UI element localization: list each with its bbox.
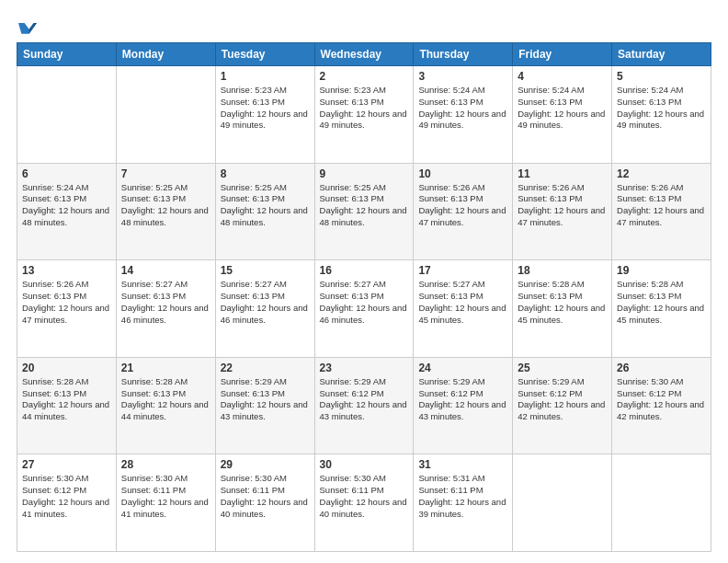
calendar-week-row: 13Sunrise: 5:26 AM Sunset: 6:13 PM Dayli… <box>17 260 711 358</box>
table-row: 3Sunrise: 5:24 AM Sunset: 6:13 PM Daylig… <box>414 66 513 164</box>
calendar-table: Sunday Monday Tuesday Wednesday Thursday… <box>17 42 711 552</box>
day-info: Sunrise: 5:29 AM Sunset: 6:13 PM Dayligh… <box>221 376 310 423</box>
day-info: Sunrise: 5:27 AM Sunset: 6:13 PM Dayligh… <box>121 279 210 326</box>
header <box>17 17 711 33</box>
calendar-header-row: Sunday Monday Tuesday Wednesday Thursday… <box>17 43 711 66</box>
day-info: Sunrise: 5:30 AM Sunset: 6:12 PM Dayligh… <box>22 473 111 520</box>
day-number: 30 <box>320 458 409 471</box>
day-number: 25 <box>518 362 607 374</box>
table-row: 6Sunrise: 5:24 AM Sunset: 6:13 PM Daylig… <box>17 163 117 260</box>
col-wednesday: Wednesday <box>314 43 414 66</box>
day-number: 7 <box>121 167 210 180</box>
day-info: Sunrise: 5:26 AM Sunset: 6:13 PM Dayligh… <box>617 182 706 229</box>
day-number: 26 <box>617 362 706 374</box>
calendar-week-row: 27Sunrise: 5:30 AM Sunset: 6:12 PM Dayli… <box>17 454 711 552</box>
calendar-body: 1Sunrise: 5:23 AM Sunset: 6:13 PM Daylig… <box>17 66 711 552</box>
day-number: 16 <box>320 264 409 277</box>
table-row: 19Sunrise: 5:28 AM Sunset: 6:13 PM Dayli… <box>612 260 711 358</box>
page: Sunday Monday Tuesday Wednesday Thursday… <box>0 0 728 563</box>
logo <box>17 17 37 33</box>
day-number: 29 <box>221 458 310 471</box>
table-row <box>612 454 711 552</box>
table-row: 10Sunrise: 5:26 AM Sunset: 6:13 PM Dayli… <box>414 163 513 260</box>
day-info: Sunrise: 5:29 AM Sunset: 6:12 PM Dayligh… <box>320 376 409 423</box>
table-row: 4Sunrise: 5:24 AM Sunset: 6:13 PM Daylig… <box>513 66 612 164</box>
day-info: Sunrise: 5:30 AM Sunset: 6:12 PM Dayligh… <box>617 376 706 423</box>
table-row: 11Sunrise: 5:26 AM Sunset: 6:13 PM Dayli… <box>513 163 612 260</box>
day-number: 28 <box>121 458 210 471</box>
calendar-week-row: 1Sunrise: 5:23 AM Sunset: 6:13 PM Daylig… <box>17 66 711 164</box>
day-number: 24 <box>418 362 507 374</box>
table-row: 21Sunrise: 5:28 AM Sunset: 6:13 PM Dayli… <box>116 357 215 454</box>
day-info: Sunrise: 5:25 AM Sunset: 6:13 PM Dayligh… <box>121 182 210 229</box>
day-info: Sunrise: 5:23 AM Sunset: 6:13 PM Dayligh… <box>320 85 409 132</box>
col-monday: Monday <box>116 43 215 66</box>
table-row: 29Sunrise: 5:30 AM Sunset: 6:11 PM Dayli… <box>215 454 314 552</box>
day-number: 2 <box>320 70 409 83</box>
table-row: 22Sunrise: 5:29 AM Sunset: 6:13 PM Dayli… <box>215 357 314 454</box>
day-number: 23 <box>320 362 409 374</box>
logo-icon <box>18 18 37 37</box>
day-number: 14 <box>121 264 210 277</box>
day-info: Sunrise: 5:27 AM Sunset: 6:13 PM Dayligh… <box>418 279 507 326</box>
day-info: Sunrise: 5:24 AM Sunset: 6:13 PM Dayligh… <box>518 85 607 132</box>
day-number: 10 <box>418 167 507 180</box>
table-row: 30Sunrise: 5:30 AM Sunset: 6:11 PM Dayli… <box>314 454 414 552</box>
day-info: Sunrise: 5:26 AM Sunset: 6:13 PM Dayligh… <box>518 182 607 229</box>
day-number: 20 <box>22 362 111 374</box>
table-row: 12Sunrise: 5:26 AM Sunset: 6:13 PM Dayli… <box>612 163 711 260</box>
day-number: 8 <box>221 167 310 180</box>
col-tuesday: Tuesday <box>215 43 314 66</box>
day-info: Sunrise: 5:28 AM Sunset: 6:13 PM Dayligh… <box>22 376 111 423</box>
day-number: 6 <box>22 167 111 180</box>
day-number: 1 <box>221 70 310 83</box>
day-info: Sunrise: 5:24 AM Sunset: 6:13 PM Dayligh… <box>22 182 111 229</box>
col-thursday: Thursday <box>414 43 513 66</box>
day-info: Sunrise: 5:28 AM Sunset: 6:13 PM Dayligh… <box>518 279 607 326</box>
day-info: Sunrise: 5:25 AM Sunset: 6:13 PM Dayligh… <box>221 182 310 229</box>
table-row: 7Sunrise: 5:25 AM Sunset: 6:13 PM Daylig… <box>116 163 215 260</box>
day-number: 11 <box>518 167 607 180</box>
day-info: Sunrise: 5:26 AM Sunset: 6:13 PM Dayligh… <box>22 279 111 326</box>
calendar-week-row: 6Sunrise: 5:24 AM Sunset: 6:13 PM Daylig… <box>17 163 711 260</box>
day-info: Sunrise: 5:29 AM Sunset: 6:12 PM Dayligh… <box>418 376 507 423</box>
table-row: 24Sunrise: 5:29 AM Sunset: 6:12 PM Dayli… <box>414 357 513 454</box>
day-number: 3 <box>418 70 507 83</box>
day-info: Sunrise: 5:31 AM Sunset: 6:11 PM Dayligh… <box>418 473 507 520</box>
day-info: Sunrise: 5:30 AM Sunset: 6:11 PM Dayligh… <box>320 473 409 520</box>
day-number: 19 <box>617 264 706 277</box>
table-row: 5Sunrise: 5:24 AM Sunset: 6:13 PM Daylig… <box>612 66 711 164</box>
table-row: 13Sunrise: 5:26 AM Sunset: 6:13 PM Dayli… <box>17 260 117 358</box>
day-info: Sunrise: 5:24 AM Sunset: 6:13 PM Dayligh… <box>617 85 706 132</box>
day-number: 13 <box>22 264 111 277</box>
day-number: 17 <box>418 264 507 277</box>
day-info: Sunrise: 5:29 AM Sunset: 6:12 PM Dayligh… <box>518 376 607 423</box>
table-row <box>513 454 612 552</box>
day-number: 5 <box>617 70 706 83</box>
day-info: Sunrise: 5:30 AM Sunset: 6:11 PM Dayligh… <box>221 473 310 520</box>
table-row: 1Sunrise: 5:23 AM Sunset: 6:13 PM Daylig… <box>215 66 314 164</box>
day-info: Sunrise: 5:30 AM Sunset: 6:11 PM Dayligh… <box>121 473 210 520</box>
day-info: Sunrise: 5:26 AM Sunset: 6:13 PM Dayligh… <box>418 182 507 229</box>
table-row: 20Sunrise: 5:28 AM Sunset: 6:13 PM Dayli… <box>17 357 117 454</box>
table-row: 18Sunrise: 5:28 AM Sunset: 6:13 PM Dayli… <box>513 260 612 358</box>
day-number: 21 <box>121 362 210 374</box>
day-info: Sunrise: 5:25 AM Sunset: 6:13 PM Dayligh… <box>320 182 409 229</box>
table-row <box>17 66 117 164</box>
day-number: 15 <box>221 264 310 277</box>
day-info: Sunrise: 5:23 AM Sunset: 6:13 PM Dayligh… <box>221 85 310 132</box>
table-row: 17Sunrise: 5:27 AM Sunset: 6:13 PM Dayli… <box>414 260 513 358</box>
table-row: 2Sunrise: 5:23 AM Sunset: 6:13 PM Daylig… <box>314 66 414 164</box>
table-row: 28Sunrise: 5:30 AM Sunset: 6:11 PM Dayli… <box>116 454 215 552</box>
day-info: Sunrise: 5:28 AM Sunset: 6:13 PM Dayligh… <box>617 279 706 326</box>
day-info: Sunrise: 5:27 AM Sunset: 6:13 PM Dayligh… <box>320 279 409 326</box>
table-row: 25Sunrise: 5:29 AM Sunset: 6:12 PM Dayli… <box>513 357 612 454</box>
col-friday: Friday <box>513 43 612 66</box>
day-info: Sunrise: 5:24 AM Sunset: 6:13 PM Dayligh… <box>418 85 507 132</box>
day-number: 31 <box>418 458 507 471</box>
day-number: 27 <box>22 458 111 471</box>
table-row: 27Sunrise: 5:30 AM Sunset: 6:12 PM Dayli… <box>17 454 117 552</box>
table-row: 15Sunrise: 5:27 AM Sunset: 6:13 PM Dayli… <box>215 260 314 358</box>
table-row: 31Sunrise: 5:31 AM Sunset: 6:11 PM Dayli… <box>414 454 513 552</box>
table-row: 14Sunrise: 5:27 AM Sunset: 6:13 PM Dayli… <box>116 260 215 358</box>
